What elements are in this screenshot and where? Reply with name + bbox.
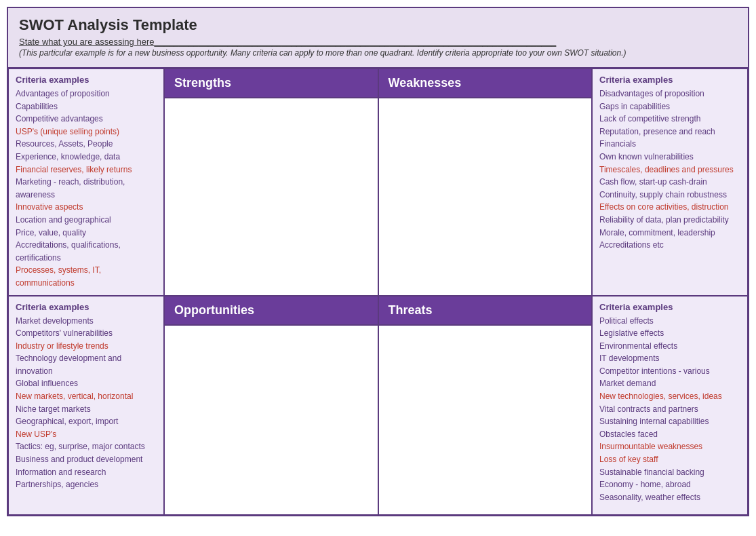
criteria-item: Competitors' vulnerabilities: [16, 327, 157, 340]
weaknesses-column: Weaknesses: [378, 69, 593, 296]
criteria-item: Experience, knowledge, data: [16, 151, 157, 164]
criteria-item: Competitive advantages: [16, 113, 157, 126]
criteria-item: Timescales, deadlines and pressures: [599, 164, 740, 176]
criteria-item: Market demand: [599, 377, 740, 390]
criteria-item: Processes, systems, IT, communications: [16, 264, 157, 289]
criteria-item: Sustainable financial backing: [599, 466, 740, 479]
criteria-item: Obstacles faced: [599, 428, 740, 441]
criteria-item: Cash flow, start-up cash-drain: [599, 176, 740, 189]
swot-grid: Criteria examples Advantages of proposit…: [8, 69, 748, 515]
subtitle: State what you are assessing here_______…: [19, 37, 737, 47]
criteria-item: IT developments: [599, 352, 740, 365]
bottom-left-items-container: Market developmentsCompetitors' vulnerab…: [16, 315, 157, 491]
criteria-item: Disadvantages of proposition: [599, 88, 740, 100]
criteria-item: Industry or lifestyle trends: [16, 340, 157, 353]
criteria-item: Marketing - reach, distribution, awarene…: [16, 176, 157, 201]
criteria-item: Effects on core activities, distruction: [599, 201, 740, 214]
criteria-item: Market developments: [16, 315, 157, 328]
criteria-item: Global influences: [16, 377, 157, 390]
strengths-header: Strengths: [164, 69, 378, 98]
criteria-item: New markets, vertical, horizontal: [16, 390, 157, 403]
criteria-item: Lack of competitive strength: [599, 113, 740, 126]
criteria-item: Own known vulnerabilities: [599, 151, 740, 164]
criteria-item: Financial reserves, likely returns: [16, 164, 157, 176]
top-left-items-container: Advantages of propositionCapabilitiesCom…: [16, 88, 157, 290]
header-section: SWOT Analysis Template State what you ar…: [8, 8, 748, 69]
weaknesses-body[interactable]: [378, 98, 593, 296]
criteria-item: Morale, commitment, leadership: [599, 227, 740, 240]
bottom-right-criteria: Criteria examples Political effectsLegis…: [592, 296, 748, 515]
opportunities-column: Opportunities: [164, 296, 378, 515]
criteria-item: Environmental effects: [599, 340, 740, 353]
weaknesses-header: Weaknesses: [378, 69, 593, 98]
criteria-item: Innovative aspects: [16, 201, 157, 214]
top-right-items-container: Disadvantages of propositionGaps in capa…: [599, 88, 740, 252]
criteria-item: Resources, Assets, People: [16, 138, 157, 151]
criteria-item: Political effects: [599, 315, 740, 328]
criteria-item: Technology development and innovation: [16, 352, 157, 377]
criteria-item: Sustaining internal capabilities: [599, 415, 740, 428]
criteria-item: Location and geographical: [16, 214, 157, 227]
strengths-body[interactable]: [164, 98, 378, 296]
top-right-criteria-title: Criteria examples: [599, 75, 740, 85]
criteria-item: Gaps in capabilities: [599, 100, 740, 113]
criteria-item: New USP's: [16, 428, 157, 441]
threats-header: Threats: [378, 296, 593, 325]
criteria-item: Insurmountable weaknesses: [599, 440, 740, 453]
criteria-item: Partnerships, agencies: [16, 478, 157, 491]
criteria-item: Price, value, quality: [16, 227, 157, 240]
criteria-item: Accreditations etc: [599, 239, 740, 252]
criteria-item: USP's (unique selling points): [16, 126, 157, 138]
criteria-item: Information and research: [16, 466, 157, 479]
criteria-item: Financials: [599, 138, 740, 151]
criteria-item: Tactics: eg, surprise, major contacts: [16, 440, 157, 453]
criteria-item: Capabilities: [16, 100, 157, 113]
criteria-item: Loss of key staff: [599, 453, 740, 466]
strengths-column: Strengths: [164, 69, 378, 296]
top-left-criteria-title: Criteria examples: [16, 75, 157, 85]
bottom-left-criteria-title: Criteria examples: [16, 302, 157, 312]
main-title: SWOT Analysis Template: [19, 16, 737, 34]
opportunities-body[interactable]: [164, 325, 378, 515]
criteria-item: Accreditations, qualifications, certific…: [16, 239, 157, 264]
opportunities-header: Opportunities: [164, 296, 378, 325]
criteria-item: Legislative effects: [599, 327, 740, 340]
criteria-item: Competitor intentions - various: [599, 365, 740, 378]
description: (This particular example is for a new bu…: [19, 48, 737, 58]
criteria-item: Business and product development: [16, 453, 157, 466]
criteria-item: New technologies, services, ideas: [599, 390, 740, 403]
criteria-item: Reputation, presence and reach: [599, 126, 740, 138]
bottom-left-criteria: Criteria examples Market developmentsCom…: [8, 296, 164, 515]
top-left-criteria: Criteria examples Advantages of proposit…: [8, 69, 164, 296]
criteria-item: Advantages of proposition: [16, 88, 157, 100]
criteria-item: Continuity, supply chain robustness: [599, 189, 740, 202]
swot-container: SWOT Analysis Template State what you ar…: [7, 7, 749, 516]
bottom-right-items-container: Political effectsLegislative effectsEnvi…: [599, 315, 740, 504]
criteria-item: Vital contracts and partners: [599, 403, 740, 416]
criteria-item: Niche target markets: [16, 403, 157, 416]
top-right-criteria: Criteria examples Disadvantages of propo…: [592, 69, 748, 296]
threats-body[interactable]: [378, 325, 593, 515]
criteria-item: Geographical, export, import: [16, 415, 157, 428]
criteria-item: Reliability of data, plan predictability: [599, 214, 740, 227]
criteria-item: Economy - home, abroad: [599, 478, 740, 491]
bottom-right-criteria-title: Criteria examples: [599, 302, 740, 312]
threats-column: Threats: [378, 296, 593, 515]
criteria-item: Seasonality, weather effects: [599, 491, 740, 504]
